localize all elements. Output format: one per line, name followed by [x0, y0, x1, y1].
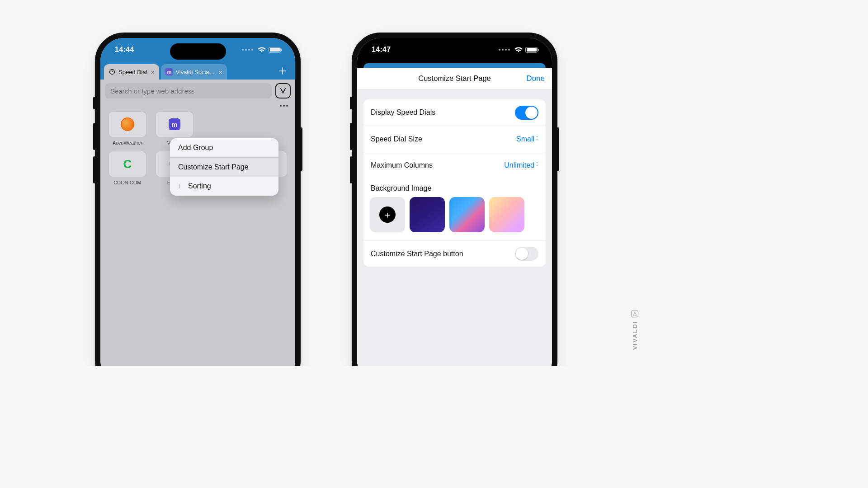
clock: 14:44: [115, 46, 134, 54]
row-max-columns[interactable]: Maximum Columns Unlimited˄˅: [363, 152, 546, 178]
chevron-right-icon: 〉: [178, 183, 184, 190]
menu-sorting[interactable]: 〉Sorting: [170, 177, 278, 196]
chevron-up-down-icon: ˄˅: [536, 163, 538, 168]
plus-icon: ＋: [379, 206, 396, 223]
dynamic-island: [170, 43, 226, 60]
background-sheet-peek: [363, 63, 546, 68]
battery-icon: [525, 47, 538, 53]
row-speed-dial-size[interactable]: Speed Dial Size Small˄˅: [363, 126, 546, 152]
vivaldi-watermark: VIVALDI ▷: [631, 310, 638, 350]
row-customize-start-page-button: Customize Start Page button: [363, 240, 546, 267]
tab-vivaldi-social[interactable]: m Vivaldi Socia… ×: [161, 64, 227, 80]
menu-customize-start-page[interactable]: Customize Start Page: [170, 158, 278, 177]
toggle-display-speed-dials[interactable]: [515, 106, 538, 120]
vivaldi-menu-button[interactable]: [275, 83, 291, 99]
modal-body: Display Speed Dials Speed Dial Size Smal…: [357, 89, 552, 366]
tile-cdon[interactable]: CCDON.COM: [107, 151, 148, 185]
menu-add-group[interactable]: Add Group: [170, 138, 278, 157]
tab-label: Vivaldi Socia…: [175, 69, 215, 75]
chevron-up-down-icon: ˄˅: [536, 136, 538, 142]
bg-option-2[interactable]: [449, 197, 485, 232]
phone-right: 14:47 Customize Start Page Done: [352, 33, 557, 366]
settings-card: Display Speed Dials Speed Dial Size Smal…: [363, 99, 546, 267]
vivaldi-icon: ▷: [631, 310, 638, 317]
cdon-icon: C: [123, 157, 132, 171]
toggle-customize-start-page-button[interactable]: [515, 247, 538, 261]
bg-option-1[interactable]: [410, 197, 445, 232]
bg-add-button[interactable]: ＋: [370, 197, 405, 232]
row-display-speed-dials: Display Speed Dials: [363, 99, 546, 126]
tab-speed-dial[interactable]: Speed Dial ×: [104, 64, 159, 80]
cellular-icon: [242, 49, 253, 51]
phone-left: 14:44 Speed Dial × m Vival: [95, 33, 301, 366]
modal-title: Customize Start Page: [418, 74, 491, 83]
battery-icon: [269, 47, 281, 53]
close-icon[interactable]: ×: [219, 68, 223, 76]
address-bar: Search or type web address: [100, 80, 295, 102]
close-icon[interactable]: ×: [151, 68, 155, 76]
dynamic-island: [427, 43, 483, 60]
more-button[interactable]: [100, 102, 295, 111]
address-input[interactable]: Search or type web address: [105, 83, 272, 99]
tile-accuweather[interactable]: AccuWeather: [107, 111, 148, 145]
wifi-icon: [514, 47, 523, 53]
bg-option-3[interactable]: [489, 197, 524, 232]
sun-icon: [122, 118, 133, 130]
mastodon-icon: m: [169, 118, 180, 130]
speed-dial-icon: [108, 68, 116, 75]
modal-header: Customize Start Page Done: [357, 68, 552, 89]
new-tab-button[interactable]: [274, 62, 292, 80]
mastodon-icon: m: [165, 68, 173, 75]
clock: 14:47: [372, 46, 391, 54]
context-menu: Add Group Customize Start Page 〉Sorting: [170, 138, 278, 196]
row-background-image-label: Background Image: [363, 178, 546, 194]
tab-label: Speed Dial: [118, 69, 147, 75]
wifi-icon: [258, 47, 266, 53]
done-button[interactable]: Done: [526, 74, 545, 83]
background-image-picker: ＋: [363, 194, 546, 240]
cellular-icon: [499, 49, 510, 51]
address-placeholder: Search or type web address: [110, 87, 195, 95]
tab-bar: Speed Dial × m Vivaldi Socia… ×: [100, 62, 295, 80]
